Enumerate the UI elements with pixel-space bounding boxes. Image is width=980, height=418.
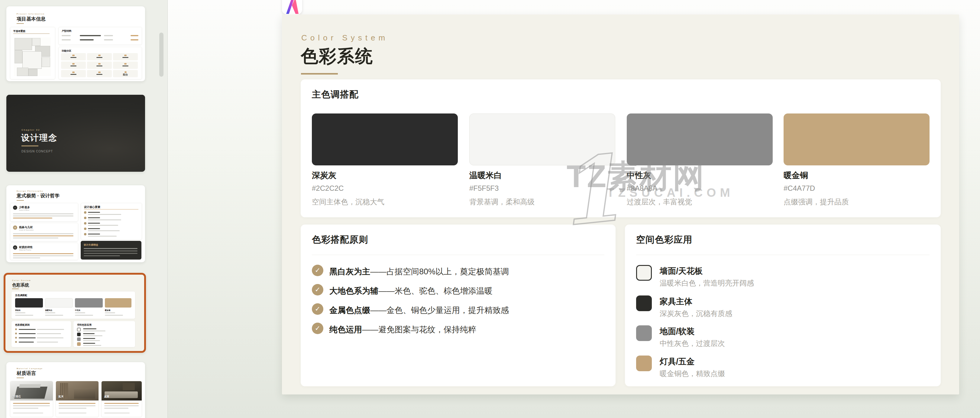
thumb4-applications-card: 空间色彩应用: [73, 321, 135, 347]
app-desc-furniture: 深炭灰色，沉稳有质感: [660, 309, 732, 318]
palette-card[interactable]: 主色调搭配 深炭灰 温暖米白 中性灰 暖金铜 #2C2C2C #F5F5F3 #…: [301, 79, 941, 217]
thumb3-eyebrow: Design Philosophy: [17, 190, 43, 192]
swatch3-desc: 过渡层次，丰富视觉: [627, 197, 692, 207]
thumb1-floorplan-rule: [13, 33, 49, 34]
thumb4-swatch-2: [45, 298, 73, 307]
thumb4-swatch-1: [15, 298, 43, 307]
cross-icon: ✕: [13, 225, 17, 230]
thumb1-floorplan-title: 平面布置图: [13, 30, 25, 33]
swatch-dark-charcoal: [312, 114, 458, 165]
thumbnail-slide-3-design-philosophy[interactable]: Design Philosophy 意式极简 · 设计哲学 − 少即是多 Les…: [6, 185, 145, 262]
slide-canvas-color-system[interactable]: Color System 色彩系统 主色调搭配 深炭灰 温暖米白 中性灰 暖金铜…: [282, 14, 959, 394]
thumb4-sw1-name: 深炭灰: [15, 309, 21, 312]
thumb2-underline: [21, 146, 38, 146]
thumb1-floorplan-card: 平面布置图: [10, 27, 55, 79]
thumb1-floorplan-image: [14, 37, 51, 76]
thumb1-tile-balcony: 阳台: [113, 74, 138, 76]
thumb2-chapter: Chapter 02: [21, 128, 40, 131]
app-window: Project Information 项目基本信息 平面布置图: [0, 0, 980, 418]
principles-card-title: 色彩搭配原则: [312, 234, 368, 246]
thumb5-title: 材质语言: [17, 370, 36, 377]
thumbnail-slide-2-design-concept[interactable]: Chapter 02 设计理念 DESIGN CONCEPT: [6, 95, 145, 172]
leather-photo: 皮革: [102, 381, 142, 401]
thumb3-underline: [17, 200, 24, 201]
check-icon: ✓: [312, 284, 323, 296]
marble-photo: 大理石: [10, 381, 53, 401]
thumb1-underline: [17, 23, 24, 24]
principle-1: 黑白灰为主——占据空间80%以上，奠定极简基调: [329, 266, 509, 277]
thumb4-title: 色彩系统: [12, 282, 29, 288]
thumb3-card-material-poetry: ◇ 材质的诗性 Material Poetry: [10, 243, 78, 260]
thumb2-subtitle: DESIGN CONCEPT: [21, 150, 53, 153]
slide-eyebrow: Color System: [301, 33, 388, 43]
thumbnail-slide-4-color-system-selected[interactable]: Color System 色彩系统 主色调搭配 深炭灰 温暖米白 中性灰 暖金铜…: [4, 273, 146, 353]
wood-photo: 实木: [56, 381, 99, 401]
principle-3: 金属色点缀——金色、铜色少量运用，提升精致感: [329, 305, 509, 316]
thumb4-palette-card: 主色调搭配 深炭灰 温暖米白 中性灰 暖金铜: [11, 291, 135, 319]
check-icon: ✓: [312, 323, 323, 334]
minus-icon: −: [13, 206, 17, 210]
app-label-wall: 墙面/天花板: [660, 266, 703, 277]
app-swatch-floor: [636, 325, 652, 341]
gradient-a-logo-icon: [285, 0, 299, 14]
thumb1-structure-card: 户型结构: [58, 27, 142, 45]
thumbnail-slide-1-project-info[interactable]: Project Information 项目基本信息 平面布置图: [6, 6, 145, 81]
thumb2-title: 设计理念: [21, 132, 57, 144]
app-swatch-wall: [636, 265, 652, 281]
principles-divider: [312, 255, 605, 255]
thumb4-principles-title: 色彩搭配原则: [15, 323, 30, 326]
swatch4-desc: 点缀强调，提升品质: [784, 197, 849, 207]
slide-title-underline: [301, 73, 338, 74]
sidebar-scrollbar-thumb[interactable]: [159, 33, 164, 77]
editor-canvas: Color System 色彩系统 主色调搭配 深炭灰 温暖米白 中性灰 暖金铜…: [168, 0, 980, 418]
thumb3-card3-sub: Material Poetry: [19, 249, 31, 251]
thumb1-zones-title: 功能分区: [62, 49, 71, 52]
thumb5-card-wood: 实木: [56, 381, 99, 417]
check-glyph: ✓: [315, 266, 320, 274]
thumb3-card2-sub: Lines & Geometry: [19, 229, 33, 231]
thumb5-eyebrow: Material Language: [17, 367, 43, 369]
thumb3-master-quote-card: 设计大师理念: [81, 241, 142, 260]
swatch-neutral-gray: [627, 114, 773, 165]
check-glyph: ✓: [315, 286, 320, 294]
thumb4-applications-title: 空间色彩应用: [77, 323, 92, 326]
swatch-warm-white: [469, 114, 615, 165]
thumb5-underline: [17, 378, 24, 378]
applications-card[interactable]: 空间色彩应用 墙面/天花板 温暖米白色，营造明亮开阔感 家具主体 深炭灰色，沉稳…: [625, 225, 941, 386]
app-label-furniture: 家具主体: [660, 296, 692, 307]
check-icon: ✓: [312, 265, 323, 276]
applications-divider: [636, 255, 929, 255]
thumb5-photo2-label: 实木: [58, 395, 64, 399]
diamond-icon: ◇: [13, 245, 17, 250]
swatch1-desc: 空间主体色，沉稳大气: [312, 197, 384, 207]
swatch3-hex: #8A8A8A: [627, 184, 657, 193]
thumb3-core-title: 设计核心要素: [84, 205, 100, 209]
principles-card[interactable]: 色彩搭配原则 ✓ 黑白灰为主——占据空间80%以上，奠定极简基调 ✓ 大地色系为…: [301, 225, 616, 386]
thumb3-title: 意式极简 · 设计哲学: [17, 193, 59, 199]
thumb4-sw2-name: 温暖米白: [45, 309, 52, 312]
swatch1-name: 深炭灰: [312, 170, 336, 181]
thumbnail-slide-5-material-language[interactable]: Material Language 材质语言 大理石: [6, 362, 145, 418]
app-logo[interactable]: [282, 0, 302, 14]
app-label-floor: 地面/软装: [660, 326, 695, 337]
swatch4-hex: #C4A77D: [784, 184, 815, 193]
thumb1-zones-card: 功能分区 阳台: [58, 47, 142, 79]
app-desc-wall: 温暖米白色，营造明亮开阔感: [660, 278, 754, 288]
palette-card-title: 主色调搭配: [312, 89, 359, 101]
app-desc-floor: 中性灰色，过渡层次: [660, 339, 725, 348]
check-glyph: ✓: [315, 305, 320, 313]
app-swatch-hardware: [636, 356, 652, 371]
thumb3-master-title: 设计大师理念: [84, 243, 98, 247]
thumb4-principles-card: 色彩搭配原则: [11, 321, 71, 347]
thumb4-swatch-3: [75, 298, 103, 307]
thumb5-photo1-label: 大理石: [13, 395, 21, 399]
thumb4-sw4-name: 暖金铜: [105, 309, 110, 312]
swatch1-hex: #2C2C2C: [312, 184, 344, 193]
thumb3-card1-sub: Less is More: [19, 209, 29, 211]
swatch2-desc: 背景基调，柔和高级: [469, 197, 535, 207]
thumb1-structure-title: 户型结构: [62, 29, 71, 33]
swatch3-name: 中性灰: [627, 170, 651, 181]
thumb5-card-marble: 大理石: [10, 381, 53, 417]
thumb4-swatch-4: [105, 298, 132, 307]
check-glyph: ✓: [315, 325, 320, 332]
